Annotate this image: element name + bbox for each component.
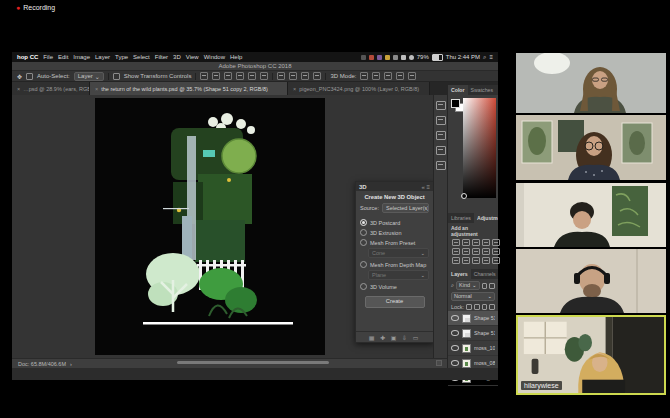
menu-image[interactable]: Image — [73, 54, 90, 60]
tab-libraries[interactable]: Libraries — [448, 213, 474, 223]
eye-icon[interactable] — [451, 360, 459, 366]
option-3d-postcard[interactable]: 3D Postcard — [356, 219, 433, 226]
menu-layer[interactable]: Layer — [95, 54, 110, 60]
lock-all-icon[interactable] — [489, 304, 495, 310]
tab-color[interactable]: Color — [448, 85, 468, 95]
menu-help[interactable]: Help — [230, 54, 242, 60]
layer-row[interactable]: Shape 51 copy — [448, 311, 498, 326]
distribute-icon[interactable] — [289, 72, 297, 80]
tab-adjustments[interactable]: Adjustments — [474, 213, 498, 223]
option-3d-volume[interactable]: 3D Volume — [356, 283, 433, 290]
status-arrow-icon[interactable]: › — [70, 361, 72, 367]
collapse-panel-icon[interactable]: « — [421, 184, 424, 190]
auto-select-checkbox[interactable] — [26, 73, 33, 80]
adjustment-icon[interactable] — [482, 239, 490, 246]
document-tab-pigeon[interactable]: × pigeon_PNC3424.png @ 100% (Layer 0, RG… — [288, 82, 430, 95]
create-button[interactable]: Create — [365, 296, 425, 308]
close-icon[interactable]: × — [293, 86, 296, 92]
menubar-app-icon[interactable] — [369, 55, 374, 60]
eye-icon[interactable] — [451, 330, 459, 336]
filter-type-icon[interactable] — [489, 283, 495, 289]
adjustment-icon[interactable] — [482, 248, 490, 255]
adjustment-icon[interactable] — [492, 257, 500, 264]
layer-thumbnail[interactable] — [462, 329, 471, 338]
menu-window[interactable]: Window — [204, 54, 225, 60]
participant-video-3[interactable] — [516, 183, 666, 247]
menu-select[interactable]: Select — [133, 54, 150, 60]
distribute-icon[interactable] — [277, 72, 285, 80]
adjustment-icon[interactable] — [462, 257, 470, 264]
volume-icon[interactable] — [401, 55, 406, 60]
adjustment-icon[interactable] — [472, 257, 480, 264]
brush-panel-icon[interactable] — [436, 131, 446, 140]
radio-icon[interactable] — [360, 219, 367, 226]
lock-transparency-icon[interactable] — [466, 304, 472, 310]
participant-video-active-speaker[interactable]: hilarywiese — [516, 315, 666, 395]
layer-thumbnail[interactable] — [462, 344, 471, 353]
source-dropdown[interactable]: Selected Layer(s) ⌄ — [382, 203, 429, 213]
3d-mode-icon[interactable] — [372, 72, 380, 80]
show-transform-checkbox[interactable] — [113, 73, 120, 80]
menubar-app-icon[interactable] — [361, 55, 366, 60]
display-icon[interactable] — [393, 55, 398, 60]
adjustment-icon[interactable] — [492, 248, 500, 255]
menu-filter[interactable]: Filter — [155, 54, 168, 60]
app-menu[interactable]: hop CC — [17, 54, 38, 60]
history-panel-icon[interactable] — [436, 101, 446, 110]
layer-row[interactable]: Shape 51 — [448, 326, 498, 341]
radio-icon[interactable] — [360, 261, 367, 268]
tab-swatches[interactable]: Swatches — [468, 85, 497, 95]
tab-layers[interactable]: Layers — [448, 269, 471, 279]
adjustment-icon[interactable] — [492, 239, 500, 246]
option-3d-extrusion[interactable]: 3D Extrusion — [356, 229, 433, 236]
adjustment-icon[interactable] — [452, 257, 460, 264]
clone-source-panel-icon[interactable] — [436, 146, 446, 155]
distribute-icon[interactable] — [313, 72, 321, 80]
adjustment-icon[interactable] — [452, 239, 460, 246]
distribute-icon[interactable] — [301, 72, 309, 80]
layer-row[interactable]: moss_10 — [448, 341, 498, 356]
adjustment-icon[interactable] — [472, 248, 480, 255]
3d-panel-tab[interactable]: 3D — [359, 184, 367, 190]
color-picker-marker[interactable] — [461, 193, 467, 199]
layer-thumbnail[interactable] — [462, 314, 471, 323]
layer-filter-dropdown[interactable]: Kind ⌄ — [456, 281, 480, 290]
align-top-icon[interactable] — [236, 72, 244, 80]
menu-edit[interactable]: Edit — [58, 54, 68, 60]
menu-type[interactable]: Type — [115, 54, 128, 60]
3d-panel-footer-icons[interactable]: ▦ ✚ ▣ ⇩ ▭ — [356, 331, 433, 342]
notification-center-icon[interactable]: ≡ — [489, 54, 493, 60]
blend-mode-dropdown[interactable]: Normal ⌄ — [451, 292, 495, 301]
participant-video-2[interactable] — [516, 115, 666, 180]
tab-channels[interactable]: Channels — [471, 269, 498, 279]
color-picker-field[interactable] — [463, 98, 496, 198]
participant-video-1[interactable] — [516, 53, 666, 113]
3d-mode-icon[interactable] — [384, 72, 392, 80]
option-mesh-preset[interactable]: Mesh From Preset — [356, 239, 433, 246]
lock-position-icon[interactable] — [482, 304, 488, 310]
adjustment-icon[interactable] — [462, 239, 470, 246]
align-right-icon[interactable] — [224, 72, 232, 80]
foreground-background-swatches[interactable] — [451, 99, 463, 111]
layer-thumbnail[interactable] — [462, 359, 471, 368]
search-icon[interactable]: ⌕ — [483, 54, 486, 61]
close-icon[interactable]: × — [95, 86, 98, 92]
adjustment-icon[interactable] — [462, 248, 470, 255]
menubar-app-icon[interactable] — [377, 55, 382, 60]
participant-video-4[interactable] — [516, 249, 666, 313]
menubar-app-icon[interactable] — [385, 55, 390, 60]
radio-icon[interactable] — [360, 239, 367, 246]
menu-file[interactable]: File — [43, 54, 53, 60]
adjustment-icon[interactable] — [482, 257, 490, 264]
align-center-icon[interactable] — [212, 72, 220, 80]
align-left-icon[interactable] — [200, 72, 208, 80]
move-tool-icon[interactable]: ✥ — [17, 73, 22, 80]
panel-menu-icon[interactable]: ≡ — [426, 184, 430, 190]
3d-mode-icon[interactable] — [396, 72, 404, 80]
wifi-icon[interactable] — [409, 55, 414, 60]
menu-view[interactable]: View — [186, 54, 199, 60]
lock-pixels-icon[interactable] — [474, 304, 480, 310]
eye-icon[interactable] — [451, 315, 459, 321]
properties-panel-icon[interactable] — [436, 116, 446, 125]
align-bottom-icon[interactable] — [260, 72, 268, 80]
